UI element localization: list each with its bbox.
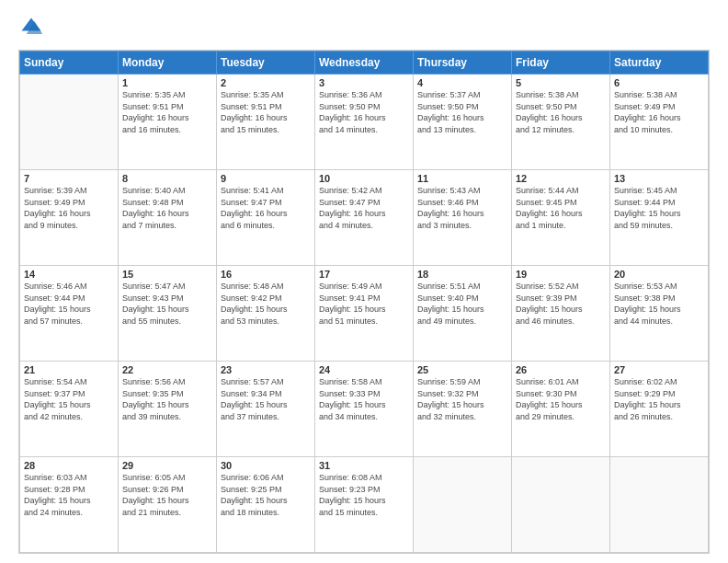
day-cell: 20Sunrise: 5:53 AM Sunset: 9:38 PM Dayli… xyxy=(610,266,709,362)
day-info: Sunrise: 5:49 AM Sunset: 9:41 PM Dayligh… xyxy=(319,281,409,327)
day-cell: 24Sunrise: 5:58 AM Sunset: 9:33 PM Dayli… xyxy=(315,362,414,457)
logo xyxy=(18,15,48,40)
day-number: 20 xyxy=(614,269,704,280)
day-info: Sunrise: 5:53 AM Sunset: 9:38 PM Dayligh… xyxy=(614,281,704,327)
day-info: Sunrise: 5:37 AM Sunset: 9:50 PM Dayligh… xyxy=(417,89,507,135)
day-info: Sunrise: 5:39 AM Sunset: 9:49 PM Dayligh… xyxy=(24,185,114,231)
day-number: 17 xyxy=(319,269,409,280)
day-number: 29 xyxy=(122,460,212,471)
day-cell: 8Sunrise: 5:40 AM Sunset: 9:48 PM Daylig… xyxy=(119,170,217,266)
day-cell xyxy=(414,457,512,553)
day-info: Sunrise: 5:35 AM Sunset: 9:51 PM Dayligh… xyxy=(221,89,311,135)
day-cell: 17Sunrise: 5:49 AM Sunset: 9:41 PM Dayli… xyxy=(315,266,414,362)
week-row-3: 14Sunrise: 5:46 AM Sunset: 9:44 PM Dayli… xyxy=(20,266,709,362)
header xyxy=(18,15,710,40)
day-cell: 13Sunrise: 5:45 AM Sunset: 9:44 PM Dayli… xyxy=(610,170,709,266)
day-cell: 30Sunrise: 6:06 AM Sunset: 9:25 PM Dayli… xyxy=(217,457,315,553)
day-number: 18 xyxy=(417,269,507,280)
day-number: 21 xyxy=(24,364,114,375)
day-info: Sunrise: 5:40 AM Sunset: 9:48 PM Dayligh… xyxy=(122,185,212,231)
day-cell: 31Sunrise: 6:08 AM Sunset: 9:23 PM Dayli… xyxy=(315,457,414,553)
day-cell: 15Sunrise: 5:47 AM Sunset: 9:43 PM Dayli… xyxy=(119,266,217,362)
week-row-1: 1Sunrise: 5:35 AM Sunset: 9:51 PM Daylig… xyxy=(20,75,709,170)
day-number: 26 xyxy=(516,364,606,375)
day-cell: 22Sunrise: 5:56 AM Sunset: 9:35 PM Dayli… xyxy=(119,362,217,457)
day-cell: 29Sunrise: 6:05 AM Sunset: 9:26 PM Dayli… xyxy=(119,457,217,553)
day-cell: 12Sunrise: 5:44 AM Sunset: 9:45 PM Dayli… xyxy=(512,170,610,266)
logo-icon xyxy=(18,15,44,40)
col-header-saturday: Saturday xyxy=(610,52,709,75)
day-cell: 1Sunrise: 5:35 AM Sunset: 9:51 PM Daylig… xyxy=(119,75,217,170)
day-number: 3 xyxy=(319,77,409,88)
day-number: 10 xyxy=(319,173,409,184)
day-info: Sunrise: 6:01 AM Sunset: 9:30 PM Dayligh… xyxy=(516,376,606,422)
day-cell: 4Sunrise: 5:37 AM Sunset: 9:50 PM Daylig… xyxy=(414,75,512,170)
day-cell: 21Sunrise: 5:54 AM Sunset: 9:37 PM Dayli… xyxy=(20,362,119,457)
day-number: 14 xyxy=(24,269,114,280)
week-row-5: 28Sunrise: 6:03 AM Sunset: 9:28 PM Dayli… xyxy=(20,457,709,553)
day-number: 8 xyxy=(122,173,212,184)
day-number: 11 xyxy=(417,173,507,184)
day-number: 7 xyxy=(24,173,114,184)
day-cell: 23Sunrise: 5:57 AM Sunset: 9:34 PM Dayli… xyxy=(217,362,315,457)
day-number: 30 xyxy=(221,460,311,471)
day-number: 23 xyxy=(221,364,311,375)
col-header-tuesday: Tuesday xyxy=(217,52,315,75)
day-info: Sunrise: 5:38 AM Sunset: 9:49 PM Dayligh… xyxy=(614,89,704,135)
day-cell: 9Sunrise: 5:41 AM Sunset: 9:47 PM Daylig… xyxy=(217,170,315,266)
day-number: 19 xyxy=(516,269,606,280)
day-info: Sunrise: 5:38 AM Sunset: 9:50 PM Dayligh… xyxy=(516,89,606,135)
day-cell: 19Sunrise: 5:52 AM Sunset: 9:39 PM Dayli… xyxy=(512,266,610,362)
day-info: Sunrise: 5:56 AM Sunset: 9:35 PM Dayligh… xyxy=(122,376,212,422)
day-cell: 14Sunrise: 5:46 AM Sunset: 9:44 PM Dayli… xyxy=(20,266,119,362)
col-header-thursday: Thursday xyxy=(414,52,512,75)
day-number: 6 xyxy=(614,77,704,88)
day-info: Sunrise: 5:46 AM Sunset: 9:44 PM Dayligh… xyxy=(24,281,114,327)
day-info: Sunrise: 6:05 AM Sunset: 9:26 PM Dayligh… xyxy=(122,472,212,518)
day-number: 5 xyxy=(516,77,606,88)
day-info: Sunrise: 5:42 AM Sunset: 9:47 PM Dayligh… xyxy=(319,185,409,231)
calendar: SundayMondayTuesdayWednesdayThursdayFrid… xyxy=(18,50,710,554)
day-number: 13 xyxy=(614,173,704,184)
day-info: Sunrise: 5:41 AM Sunset: 9:47 PM Dayligh… xyxy=(221,185,311,231)
day-info: Sunrise: 6:03 AM Sunset: 9:28 PM Dayligh… xyxy=(24,472,114,518)
day-info: Sunrise: 6:08 AM Sunset: 9:23 PM Dayligh… xyxy=(319,472,409,518)
day-number: 24 xyxy=(319,364,409,375)
day-cell: 10Sunrise: 5:42 AM Sunset: 9:47 PM Dayli… xyxy=(315,170,414,266)
day-cell: 5Sunrise: 5:38 AM Sunset: 9:50 PM Daylig… xyxy=(512,75,610,170)
day-info: Sunrise: 5:58 AM Sunset: 9:33 PM Dayligh… xyxy=(319,376,409,422)
day-cell: 11Sunrise: 5:43 AM Sunset: 9:46 PM Dayli… xyxy=(414,170,512,266)
day-info: Sunrise: 5:59 AM Sunset: 9:32 PM Dayligh… xyxy=(417,376,507,422)
day-info: Sunrise: 5:35 AM Sunset: 9:51 PM Dayligh… xyxy=(122,89,212,135)
day-cell: 16Sunrise: 5:48 AM Sunset: 9:42 PM Dayli… xyxy=(217,266,315,362)
day-cell: 2Sunrise: 5:35 AM Sunset: 9:51 PM Daylig… xyxy=(217,75,315,170)
day-info: Sunrise: 5:57 AM Sunset: 9:34 PM Dayligh… xyxy=(221,376,311,422)
day-number: 9 xyxy=(221,173,311,184)
day-cell: 27Sunrise: 6:02 AM Sunset: 9:29 PM Dayli… xyxy=(610,362,709,457)
week-row-2: 7Sunrise: 5:39 AM Sunset: 9:49 PM Daylig… xyxy=(20,170,709,266)
day-number: 31 xyxy=(319,460,409,471)
day-number: 1 xyxy=(122,77,212,88)
day-number: 2 xyxy=(221,77,311,88)
day-number: 25 xyxy=(417,364,507,375)
day-info: Sunrise: 6:06 AM Sunset: 9:25 PM Dayligh… xyxy=(221,472,311,518)
day-cell: 3Sunrise: 5:36 AM Sunset: 9:50 PM Daylig… xyxy=(315,75,414,170)
day-info: Sunrise: 5:52 AM Sunset: 9:39 PM Dayligh… xyxy=(516,281,606,327)
day-info: Sunrise: 5:54 AM Sunset: 9:37 PM Dayligh… xyxy=(24,376,114,422)
day-info: Sunrise: 5:51 AM Sunset: 9:40 PM Dayligh… xyxy=(417,281,507,327)
day-number: 16 xyxy=(221,269,311,280)
day-number: 27 xyxy=(614,364,704,375)
col-header-wednesday: Wednesday xyxy=(315,52,414,75)
day-info: Sunrise: 5:47 AM Sunset: 9:43 PM Dayligh… xyxy=(122,281,212,327)
day-cell: 7Sunrise: 5:39 AM Sunset: 9:49 PM Daylig… xyxy=(20,170,119,266)
day-cell: 28Sunrise: 6:03 AM Sunset: 9:28 PM Dayli… xyxy=(20,457,119,553)
col-header-friday: Friday xyxy=(512,52,610,75)
day-number: 12 xyxy=(516,173,606,184)
col-header-sunday: Sunday xyxy=(20,52,119,75)
day-number: 22 xyxy=(122,364,212,375)
day-number: 4 xyxy=(417,77,507,88)
day-number: 15 xyxy=(122,269,212,280)
day-number: 28 xyxy=(24,460,114,471)
day-info: Sunrise: 5:36 AM Sunset: 9:50 PM Dayligh… xyxy=(319,89,409,135)
day-cell xyxy=(512,457,610,553)
